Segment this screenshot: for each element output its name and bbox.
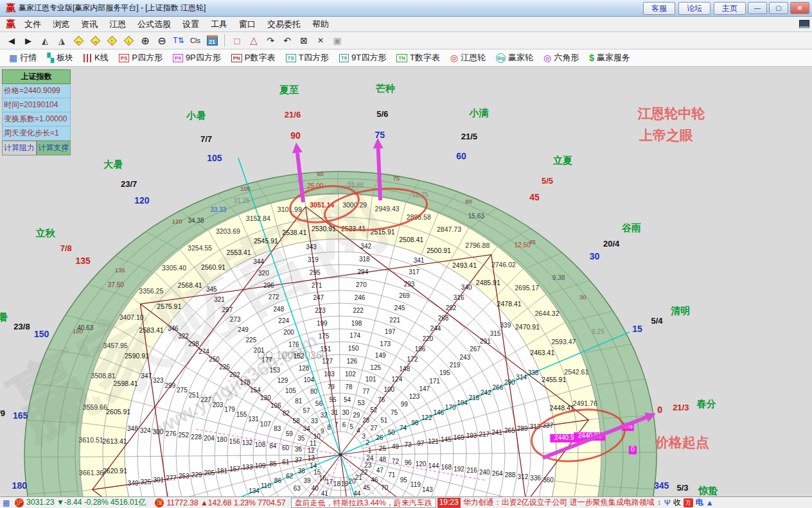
spiral-number: 108 bbox=[255, 441, 266, 448]
toolbar-item-p-square[interactable]: PSP四方形 bbox=[115, 51, 166, 65]
toolbar-item-9t-square[interactable]: T99T四方形 bbox=[335, 51, 391, 65]
spiral-number: 180 bbox=[216, 436, 227, 443]
degree-box-value: 0 bbox=[631, 446, 635, 453]
center-cross-icon[interactable]: ✕ bbox=[313, 33, 328, 48]
homepage-button[interactable]: 主页 bbox=[714, 2, 746, 15]
price-outer: 2695.17 bbox=[515, 284, 539, 292]
application-window: 赢 赢家江恩专业版[赢家内部服务平台] - [上证指数 江恩轮] 客服 论坛 主… bbox=[0, 0, 812, 508]
rotate-cw-icon[interactable]: ↷ bbox=[263, 33, 278, 48]
spiral-number: 23 bbox=[364, 462, 372, 469]
price-axis-icon[interactable]: T⇅ bbox=[171, 33, 186, 48]
cls-icon[interactable]: Cls bbox=[188, 33, 203, 48]
triangle-tool-icon[interactable]: △ bbox=[246, 33, 261, 48]
pan-up-icon[interactable]: ↑ bbox=[104, 33, 119, 48]
flip-down-icon[interactable]: ◮ bbox=[54, 33, 69, 48]
shanghai-quote[interactable]: 3031.23 ▼-8.44 -0.28% 4516.01亿 bbox=[26, 497, 146, 508]
solar-term-label: 芒种 bbox=[375, 83, 395, 94]
spiral-number: 128 bbox=[299, 365, 310, 372]
title-bar[interactable]: 赢 赢家江恩专业版[赢家内部服务平台] - [上证指数 江恩轮] 客服 论坛 主… bbox=[0, 0, 812, 17]
toolbar-item-t-square[interactable]: TST四方形 bbox=[282, 51, 333, 65]
menu-item-4[interactable]: 公式选股 bbox=[132, 17, 177, 31]
degree-label: 75 bbox=[375, 130, 385, 140]
calendar-icon[interactable]: 21 bbox=[204, 33, 220, 48]
pan-right-icon[interactable]: → bbox=[87, 33, 103, 48]
spiral-number: 203 bbox=[213, 401, 224, 408]
spiral-number: 295 bbox=[310, 269, 321, 276]
presentation-icon[interactable]: ▣ bbox=[330, 33, 345, 48]
price-outer: 2847.73 bbox=[437, 225, 461, 233]
spiral-number: 347 bbox=[141, 372, 152, 380]
pan-down-icon[interactable]: ↓ bbox=[121, 33, 136, 48]
flip-up-icon[interactable]: ◭ bbox=[37, 33, 53, 48]
spiral-number: 225 bbox=[246, 337, 257, 344]
news-ticker-2[interactable]: 华力创通：出资2亿设立子公司 进一步聚焦集成电路领域 bbox=[463, 497, 655, 508]
menu-item-7[interactable]: 窗口 bbox=[233, 17, 261, 31]
spiral-number: 340 bbox=[461, 284, 472, 291]
spiral-number: 156 bbox=[229, 438, 240, 445]
menu-item-6[interactable]: 工具 bbox=[205, 17, 233, 31]
menu-item-0[interactable]: 文件 bbox=[19, 17, 47, 31]
customer-service-button[interactable]: 客服 bbox=[643, 2, 675, 15]
spiral-number: 99 bbox=[401, 401, 409, 408]
price-inner: 2575.91 bbox=[157, 302, 181, 310]
spiral-number: 83 bbox=[274, 425, 281, 432]
toolbar-item-sectors[interactable]: ▚板块 bbox=[43, 51, 77, 65]
quote-grid-icon[interactable]: ▦ bbox=[3, 498, 10, 507]
next-icon[interactable]: ▶ bbox=[21, 33, 36, 48]
spiral-number: 104 bbox=[303, 376, 314, 383]
solar-term-label: 小满 bbox=[468, 107, 488, 118]
menu-item-5[interactable]: 设置 bbox=[177, 17, 205, 31]
square-tool-icon[interactable]: □ bbox=[229, 33, 245, 48]
toolbar-item-winner-wheel[interactable]: Big赢家轮 bbox=[492, 51, 537, 65]
ticker-scroll-arrows[interactable]: ▴▾ bbox=[658, 500, 660, 506]
tray-arrow-icon[interactable]: ▲ bbox=[706, 498, 714, 507]
toolbar-item-9p-square[interactable]: P99P四方形 bbox=[169, 51, 225, 65]
menu-item-9[interactable]: 帮助 bbox=[306, 17, 335, 31]
spiral-number: 250 bbox=[209, 356, 220, 363]
menu-item-8[interactable]: 交易委托 bbox=[261, 17, 306, 31]
spiral-number: 24 bbox=[366, 455, 374, 462]
maximize-button[interactable]: ▢ bbox=[769, 2, 788, 14]
degree-label: 135 bbox=[75, 256, 91, 266]
calc-resistance-button[interactable]: 计算阻力 bbox=[2, 141, 37, 155]
t-square-icon: TS bbox=[286, 54, 296, 62]
spiral-number: 276 bbox=[166, 430, 177, 437]
menu-item-2[interactable]: 资讯 bbox=[75, 17, 103, 31]
pan-left-icon[interactable]: ← bbox=[71, 33, 86, 48]
degree-repeat: 150 bbox=[73, 328, 83, 335]
news-time-badge: 19:23 bbox=[437, 498, 461, 508]
price-inner: 2583.41 bbox=[139, 326, 164, 334]
menu-item-1[interactable]: 浏览 bbox=[47, 17, 75, 31]
prev-icon[interactable]: ◀ bbox=[4, 33, 19, 48]
minimize-button[interactable]: — bbox=[748, 2, 767, 14]
toolbar-item-winner-service[interactable]: $赢家服务 bbox=[585, 51, 634, 65]
spiral-number: 148 bbox=[400, 365, 410, 372]
date-label: 5/3 bbox=[676, 483, 688, 493]
menu-item-3[interactable]: 江恩 bbox=[103, 17, 132, 31]
news-ticker-1[interactable]: 盘前走低，特斯拉跌3.44%，蔚来汽车跌 bbox=[291, 498, 436, 508]
calc-support-button[interactable]: 计算支撑 bbox=[37, 141, 71, 155]
tray-red-icon[interactable]: 万 bbox=[684, 498, 693, 507]
zoom-out-icon[interactable]: ⊖ bbox=[154, 33, 170, 48]
price-outer: 2746.02 bbox=[491, 261, 516, 268]
toolbar-item-quotes[interactable]: ▦行情 bbox=[5, 51, 40, 65]
toolbar-item-gann-wheel[interactable]: ◎江恩轮 bbox=[446, 51, 490, 65]
spiral-number: 346 bbox=[168, 325, 179, 332]
close-button[interactable]: ✕ bbox=[790, 2, 809, 14]
status-bar: ▦ 沪 3031.23 ▼-8.44 -0.28% 4516.01亿 深 117… bbox=[0, 496, 812, 508]
shenzhen-quote[interactable]: 11772.38 ▲142.68 1.23% 7704.57 bbox=[166, 498, 285, 507]
toolbar-item-t-number-table[interactable]: TNT数字表 bbox=[393, 51, 444, 65]
gann-wheel[interactable]: 赢家财富网www.yingjia360.comQQ:10080036012345… bbox=[0, 67, 812, 496]
rotate-ccw-icon[interactable]: ↶ bbox=[279, 33, 295, 48]
toolbar-item-p-number-table[interactable]: PNP数字表 bbox=[227, 51, 279, 65]
forum-button[interactable]: 论坛 bbox=[678, 2, 710, 15]
tray-ime-icon[interactable]: 电 bbox=[696, 497, 703, 508]
solar-term-label: 立夏 bbox=[552, 155, 572, 166]
toolbar-item-kline[interactable]: K线 bbox=[80, 51, 112, 65]
percent-value: 6.25 bbox=[592, 328, 605, 335]
zoom-in-icon[interactable]: ⊕ bbox=[137, 33, 153, 48]
delete-box-icon[interactable]: ⊠ bbox=[296, 33, 312, 48]
toolbar-item-hexagon[interactable]: ◎六角形 bbox=[540, 51, 583, 65]
spiral-number: 173 bbox=[380, 340, 391, 347]
child-window-icon[interactable] bbox=[799, 20, 809, 28]
